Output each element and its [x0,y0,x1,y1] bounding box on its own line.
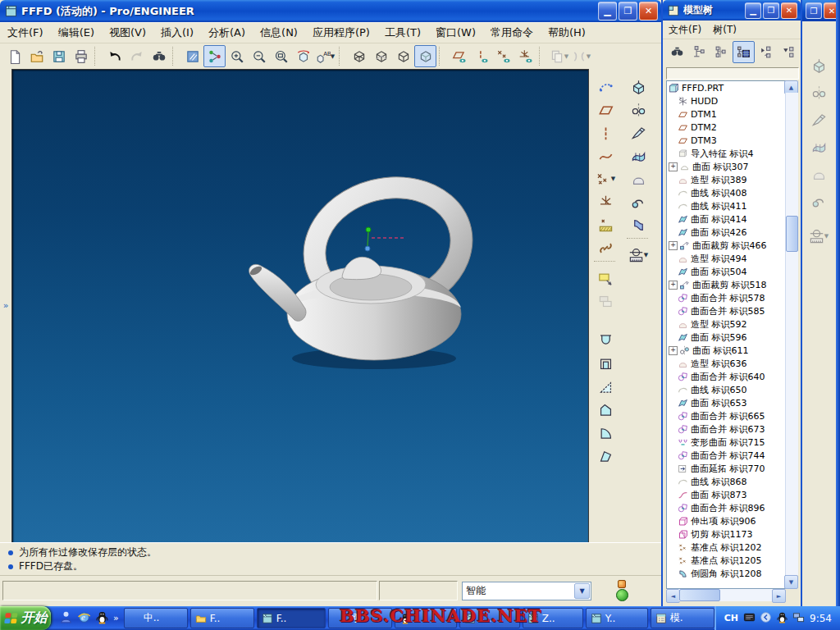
copy-button[interactable]: ▼ [548,45,570,67]
sweep-button[interactable] [627,121,650,144]
tree-item[interactable]: 基准点 标识1205 [667,554,785,567]
tree-item[interactable]: DTM3 [667,134,785,147]
taskbar-task-button[interactable]: F.. [190,608,254,628]
tree-item[interactable]: HUDD [667,94,785,107]
open-file-button[interactable] [25,45,48,67]
tree-item[interactable]: +曲面裁剪 标识518 [667,278,785,291]
extend-surface-button[interactable] [807,189,830,212]
analysis-chain-button[interactable] [594,236,617,259]
taskbar-task-button[interactable]: 中.. [124,608,188,628]
tree-item[interactable]: 基准点 标识1202 [667,541,785,554]
tree-item[interactable]: 曲面合并 标识744 [667,449,785,462]
menu-item-9[interactable]: 常用命令 [483,23,541,43]
horizontal-scrollbar[interactable] [678,589,773,601]
sweep-button[interactable] [807,108,830,131]
tree-item[interactable]: 倒圆角 标识1208 [667,567,785,580]
tree-item[interactable]: 导入特征 标识4 [667,147,785,160]
saved-views-button[interactable]: AB▼ [314,45,336,67]
restore-button[interactable]: ❐ [806,2,822,19]
curve-button[interactable] [594,144,617,167]
tree-item[interactable]: FFFD.PRT [667,81,785,94]
expand-icon[interactable]: + [669,346,678,355]
tree-item[interactable]: DTM1 [667,107,785,121]
tree-item[interactable]: 造型 标识389 [667,173,785,186]
tree-item[interactable]: 曲面 标识653 [667,396,785,409]
regenerate-status-icon[interactable] [615,580,628,603]
menu-item-10[interactable]: 帮助(H) [541,23,593,43]
scrollbar-thumb[interactable] [679,589,720,601]
display-shaded-button[interactable] [414,45,436,67]
menu-item-8[interactable]: 窗口(W) [428,23,483,43]
chevron-down-icon[interactable]: ▼ [574,583,590,599]
tree-filter-button[interactable] [688,41,710,63]
revolve-button[interactable] [807,81,830,104]
tree-item[interactable]: 曲面 标识873 [667,488,785,501]
extrude-button[interactable] [807,54,830,77]
vertical-scrollbar[interactable] [785,93,798,575]
menu-item-1[interactable]: 树(T) [707,21,742,39]
round-button[interactable] [594,421,617,444]
layers-button[interactable] [594,290,617,313]
revolve-button[interactable] [627,98,650,121]
graphics-canvas[interactable] [11,69,589,544]
sketched-curve-button[interactable] [594,75,617,98]
tree-item[interactable]: 曲面 标识504 [667,265,785,278]
offset-point-button[interactable] [594,213,617,236]
tree-item[interactable]: DTM2 [667,121,785,134]
tree-item[interactable]: 曲面 标识426 [667,226,785,239]
datum-axis-button[interactable] [594,121,617,144]
tree-item[interactable]: 曲面 标识414 [667,212,785,226]
zoom-out-button[interactable] [248,45,270,67]
network-tray-icon[interactable] [792,611,805,626]
maximize-button[interactable]: ❒ [763,2,779,19]
tree-item[interactable]: 曲面合并 标识585 [667,304,785,317]
find-button[interactable] [666,41,688,63]
rib-button[interactable] [594,398,617,421]
tree-item[interactable]: 伸出项 标识906 [667,514,785,527]
chevron-down-icon[interactable]: ▼ [824,233,829,240]
expand-icon[interactable]: + [669,281,678,290]
menu-item-4[interactable]: 分析(A) [201,23,253,43]
boundary-blend-button[interactable] [627,144,650,167]
new-file-button[interactable] [3,45,25,67]
redo-button[interactable] [126,45,148,67]
draft-button[interactable] [594,375,617,398]
style-surface-button[interactable] [807,162,830,185]
tree-item[interactable]: 造型 标识636 [667,357,785,370]
minimize-button[interactable]: ▁ [745,2,761,19]
menu-item-5[interactable]: 信息(N) [253,23,305,43]
merge-paste-button[interactable]: ▼ [570,45,592,67]
chevron-down-icon[interactable]: ▼ [587,53,591,60]
language-indicator[interactable]: CH [724,613,738,623]
point-symbols-toggle-button[interactable] [492,45,514,67]
taskbar-task-button[interactable]: F.. [257,608,326,628]
extend-surface-button[interactable] [627,190,650,213]
tree-item[interactable]: 曲线 标识411 [667,199,785,212]
datum-axes-toggle-button[interactable] [470,45,492,67]
tree-item[interactable]: 曲面合并 标识578 [667,291,785,304]
chevron-down-icon[interactable]: ▼ [564,53,568,60]
chamfer-button[interactable] [594,444,617,467]
chevron-down-icon[interactable]: ▼ [611,176,615,182]
maximize-button[interactable]: ❒ [619,2,637,21]
display-hidden-line-button[interactable] [370,45,392,67]
tree-item[interactable]: 曲线 标识408 [667,186,785,199]
dimension-button[interactable]: ▼ [807,225,830,248]
minimize-button[interactable]: ▁ [598,2,617,21]
expand-icon[interactable]: + [669,162,678,171]
tree-item[interactable]: 曲面合并 标识665 [667,409,785,422]
tree-item[interactable]: 变形曲面 标识715 [667,436,785,449]
tree-item[interactable]: 曲面 标识596 [667,331,785,344]
zoom-in-button[interactable] [226,45,248,67]
internet-explorer-quicklaunch-button[interactable]: e [77,610,91,627]
scroll-right-button[interactable]: ► [772,589,786,603]
csys-button[interactable] [594,190,617,213]
taskbar-task-button[interactable]: 模. [651,608,714,628]
expand-icon[interactable]: + [669,241,678,250]
print-button[interactable] [70,45,92,67]
qq-tray-icon[interactable] [776,611,788,626]
taskbar-task-button[interactable]: Y.. [586,608,648,628]
tree-item[interactable]: +曲面裁剪 标识466 [667,239,785,252]
tree-item[interactable]: 曲线 标识868 [667,475,785,488]
menu-item-2[interactable]: 视图(V) [102,23,153,43]
